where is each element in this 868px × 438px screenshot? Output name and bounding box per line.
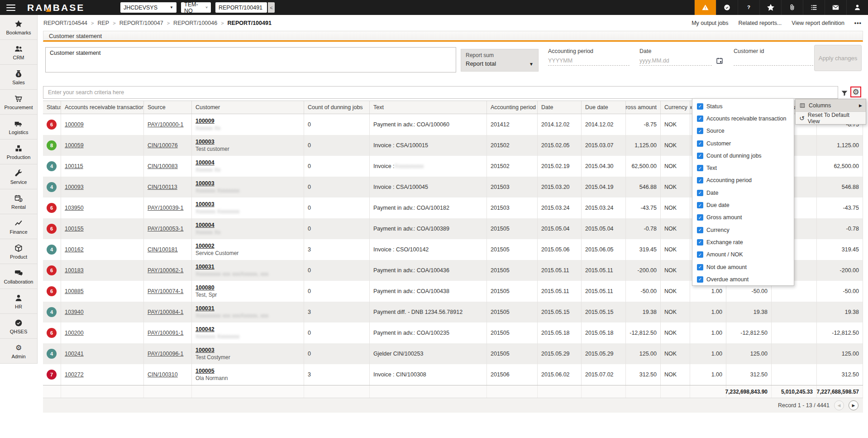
checkbox-checked-icon[interactable]: ✓ [697, 264, 703, 270]
sidebar-item-service[interactable]: Service [0, 164, 37, 189]
hamburger-menu-icon[interactable] [6, 5, 15, 11]
report-description-textarea[interactable]: Customer statement [45, 47, 456, 72]
art-link[interactable]: 100885 [65, 288, 84, 294]
menu-item-reset-to-default-view[interactable]: ↺Reset To Default View [796, 111, 866, 124]
checkbox-checked-icon[interactable]: ✓ [697, 276, 703, 283]
sidebar-item-procurement[interactable]: Procurement [0, 90, 37, 115]
column-toggle-amount-nok[interactable]: ✓Amount / NOK [692, 249, 794, 261]
column-toggle-exchange-rate[interactable]: ✓Exchange rate [692, 236, 794, 248]
column-toggle-overdue-amount[interactable]: ✓Overdue amount [692, 273, 794, 285]
source-link[interactable]: CIN/100076 [148, 142, 178, 149]
sidebar-item-bookmarks[interactable]: Bookmarks [0, 15, 37, 40]
column-header-currency[interactable]: Currency [661, 101, 690, 114]
customer-id-link[interactable]: 100003 [196, 347, 215, 353]
column-header-date[interactable]: Date [538, 101, 582, 114]
next-page-button[interactable]: ▶ [849, 400, 858, 410]
source-link[interactable]: PAY/100096-1 [148, 351, 183, 357]
checkbox-checked-icon[interactable]: ✓ [697, 251, 703, 258]
checkbox-checked-icon[interactable]: ✓ [697, 227, 703, 233]
source-link[interactable]: CIN/100083 [148, 163, 178, 169]
column-toggle-currency[interactable]: ✓Currency [692, 224, 794, 236]
column-toggle-due-date[interactable]: ✓Due date [692, 199, 794, 211]
sidebar-item-product[interactable]: Product [0, 239, 37, 264]
accounting-period-input[interactable] [548, 56, 630, 66]
table-row[interactable]: 7100272CIN/100310100005Ola Normann3Invoi… [43, 364, 863, 385]
source-link[interactable]: PAY/100000-1 [148, 121, 183, 128]
art-link[interactable]: 100093 [65, 184, 84, 190]
menu-item-columns[interactable]: Columns▶ [796, 99, 866, 111]
customer-id-link[interactable]: 100080 [196, 284, 215, 291]
art-link[interactable]: 100115 [65, 163, 83, 169]
art-link[interactable]: 100183 [65, 267, 84, 274]
column-header-text[interactable]: Text [370, 101, 487, 114]
customer-id-link[interactable]: 100009 [196, 118, 215, 124]
art-link[interactable]: 100155 [65, 226, 84, 232]
column-header-due-date[interactable]: Due date [582, 101, 626, 114]
sidebar-item-production[interactable]: Production [0, 140, 37, 164]
checkbox-checked-icon[interactable]: ✓ [697, 116, 703, 122]
column-header-source[interactable]: Source [144, 101, 192, 114]
art-link[interactable]: 100162 [65, 246, 84, 253]
topbar-warning-button[interactable] [694, 0, 716, 15]
sidebar-item-sales[interactable]: $Sales [0, 65, 37, 90]
column-toggle-date[interactable]: ✓Date [692, 187, 794, 199]
art-link[interactable]: 103950 [65, 205, 84, 211]
table-settings-gear-highlight[interactable]: ⚙ [850, 87, 861, 97]
topbar-check-circle-button[interactable] [716, 0, 738, 15]
topbar-star-button[interactable] [759, 0, 781, 15]
source-link[interactable]: CIN/100310 [148, 371, 178, 378]
sidebar-item-finance[interactable]: Finance [0, 214, 37, 239]
target-input[interactable] [215, 2, 267, 13]
sidebar-item-admin[interactable]: ⚙Admin [0, 339, 37, 364]
topbar-mail-button[interactable] [825, 0, 846, 15]
art-link[interactable]: 100009 [65, 121, 84, 128]
checkbox-checked-icon[interactable]: ✓ [697, 153, 703, 159]
customer-id-link[interactable]: 100031 [196, 305, 215, 312]
source-link[interactable]: PAY/100053-1 [148, 226, 183, 232]
source-link[interactable]: PAY/100039-1 [148, 205, 183, 211]
table-row[interactable]: 4100241PAY/100096-1100003Test Costymer0G… [43, 343, 863, 364]
checkbox-checked-icon[interactable]: ✓ [697, 103, 703, 110]
column-header-accounting-period[interactable]: Accounting period [487, 101, 538, 114]
column-toggle-text[interactable]: ✓Text [692, 162, 794, 174]
art-link[interactable]: 100241 [65, 351, 84, 357]
topbar-help-button[interactable]: ? [738, 0, 759, 15]
table-row[interactable]: 6100200PAY/100091-1100042Xxxxxxx Xxxxxxx… [43, 322, 863, 343]
column-toggle-gross-amount[interactable]: ✓Gross amount [692, 212, 794, 224]
topbar-list-button[interactable] [803, 0, 825, 15]
column-header-customer[interactable]: Customer [192, 101, 304, 114]
customer-id-link[interactable]: 100003 [196, 201, 215, 207]
source-link[interactable]: PAY/100091-1 [148, 330, 183, 336]
column-header-count-of-dunning-jobs[interactable]: Count of dunning jobs [304, 101, 370, 114]
apply-changes-button[interactable]: Apply changes [814, 45, 862, 71]
art-link[interactable]: 100272 [65, 371, 84, 378]
action-related-reports[interactable]: Related reports... [738, 20, 782, 26]
customer-id-input[interactable] [734, 56, 813, 66]
checkbox-checked-icon[interactable]: ✓ [697, 128, 703, 134]
customer-id-link[interactable]: 100003 [196, 139, 215, 145]
column-toggle-source[interactable]: ✓Source [692, 125, 794, 137]
column-header-accounts-receivable-transaction[interactable]: Accounts receivable transaction [61, 101, 144, 114]
art-link[interactable]: 100200 [65, 330, 84, 336]
action-my-output-jobs[interactable]: My output jobs [692, 20, 728, 26]
source-link[interactable]: PAY/100074-1 [148, 288, 183, 294]
checkbox-checked-icon[interactable]: ✓ [697, 239, 703, 245]
search-input[interactable] [43, 86, 838, 99]
column-toggle-customer[interactable]: ✓Customer [692, 137, 794, 149]
customer-id-link[interactable]: 100031 [196, 264, 215, 270]
column-toggle-accounts-receivable-transaction[interactable]: ✓Accounts receivable transaction [692, 112, 794, 125]
back-button[interactable]: < [268, 2, 275, 13]
breadcrumb-item[interactable]: REPORT/104544 [43, 20, 87, 26]
breadcrumb-item[interactable]: REPORT/100046 [173, 20, 217, 26]
customer-id-link[interactable]: 100004 [196, 222, 215, 228]
action-view-report-definition[interactable]: View report definition [792, 20, 844, 26]
date-input[interactable] [639, 56, 712, 66]
breadcrumb-item[interactable]: REP [97, 20, 109, 26]
calendar-icon[interactable] [715, 57, 724, 65]
art-link[interactable]: 100059 [65, 142, 84, 149]
checkbox-checked-icon[interactable]: ✓ [697, 202, 703, 208]
sidebar-item-logistics[interactable]: Logistics [0, 115, 37, 140]
source-link[interactable]: PAY/100084-1 [148, 309, 183, 315]
breadcrumb-item[interactable]: REPORT/100047 [119, 20, 163, 26]
system-select[interactable]: JHCDEVSYS ▼ [120, 2, 176, 13]
